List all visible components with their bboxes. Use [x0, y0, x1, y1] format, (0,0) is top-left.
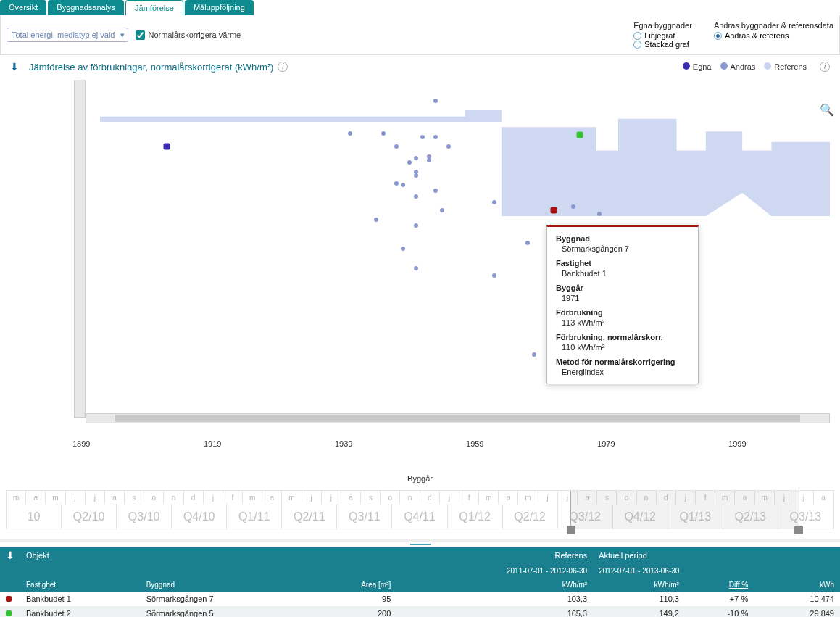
other-point[interactable]: [401, 183, 405, 187]
col-aktuell: Aktuell period: [593, 547, 840, 564]
timeline-quarter[interactable]: Q2/11: [282, 504, 337, 530]
download-icon[interactable]: ⬇: [10, 61, 19, 73]
x-tick: 1939: [335, 439, 352, 448]
col-fastighet[interactable]: Fastighet: [20, 578, 141, 592]
timeline-month: j: [440, 491, 459, 504]
timeline-quarter[interactable]: Q1/11: [227, 504, 282, 530]
tab-jamforelse[interactable]: Jämförelse: [125, 0, 183, 15]
timeline-month: a: [814, 491, 833, 504]
col-area[interactable]: Area [m²]: [309, 578, 397, 592]
radio-linjegraf[interactable]: Linjegraf: [633, 31, 692, 40]
other-point[interactable]: [427, 158, 431, 162]
media-type-dropdown[interactable]: Total energi, mediatyp ej vald: [7, 28, 128, 42]
other-point[interactable]: [420, 135, 425, 139]
cell-kwh: 10 474: [754, 592, 840, 606]
timeline-quarter[interactable]: Q1/12: [448, 504, 503, 530]
col-kwh[interactable]: kWh: [754, 578, 840, 592]
timeline-selector[interactable]: mamjjasondjfmamjjasondjfmamjjasondjfmamj…: [6, 490, 834, 529]
other-point[interactable]: [381, 131, 386, 136]
cell-diff: -10 %: [685, 606, 754, 617]
timeline-quarter[interactable]: 10: [7, 504, 62, 530]
table-row[interactable]: Bankbudet 2Sörmarksgången 5200165,3149,2…: [0, 606, 840, 617]
other-point[interactable]: [374, 218, 378, 222]
col-byggnad[interactable]: Byggnad: [141, 578, 309, 592]
timeline-month: o: [144, 491, 164, 504]
row-color-swatch: [6, 610, 12, 616]
tab-byggnadsanalys[interactable]: Byggnadsanalys: [48, 0, 124, 15]
timeline-month: a: [262, 491, 282, 504]
other-point[interactable]: [571, 204, 575, 209]
reference-band: [100, 110, 830, 216]
timeline-month: a: [341, 491, 361, 504]
chart-scrollbar-horizontal[interactable]: [86, 413, 830, 423]
timeline-month: m: [479, 491, 499, 504]
own-point[interactable]: [163, 144, 170, 150]
x-tick: 1919: [204, 439, 221, 448]
table-row[interactable]: Bankbudet 1Sörmarksgången 795103,3110,3+…: [0, 592, 840, 606]
other-point[interactable]: [433, 189, 438, 193]
other-point[interactable]: [414, 194, 418, 199]
chart-tooltip: ByggnadSörmarksgången 7 FastighetBankbud…: [546, 225, 699, 384]
col-kwhm2-ref[interactable]: kWh/m²: [396, 578, 593, 592]
radio-stackad[interactable]: Stackad graf: [633, 40, 692, 49]
timeline-month: j: [322, 491, 341, 504]
normalize-checkbox-input[interactable]: [136, 30, 145, 40]
other-point[interactable]: [492, 200, 496, 204]
other-point[interactable]: [532, 352, 536, 357]
scatter-chart[interactable]: 0,020,040,060,080,0100,0120,0140,0160,01…: [10, 75, 830, 436]
normalize-checkbox[interactable]: Normalårskorrigera värme: [136, 30, 241, 40]
other-point[interactable]: [348, 131, 352, 136]
timeline-quarter[interactable]: Q3/11: [337, 504, 392, 530]
cell-kwh: 29 849: [754, 606, 840, 617]
own-point[interactable]: [550, 207, 557, 213]
x-tick: 1899: [72, 439, 90, 448]
other-point[interactable]: [446, 144, 451, 149]
x-tick: 1959: [466, 439, 483, 448]
other-point[interactable]: [492, 273, 496, 278]
timeline-quarter[interactable]: Q3/10: [117, 504, 172, 530]
timeline-month: j: [302, 491, 322, 504]
legend-info-icon[interactable]: i: [820, 62, 830, 72]
tabs-bar: Översikt Byggnadsanalys Jämförelse Målup…: [0, 0, 840, 15]
normalize-checkbox-label: Normalårskorrigera värme: [148, 30, 241, 39]
col-kwhm2-akt[interactable]: kWh/m²: [593, 578, 685, 592]
cell-kwhm2-akt: 110,3: [593, 592, 685, 606]
timeline-selection[interactable]: [570, 491, 799, 529]
other-point[interactable]: [414, 266, 418, 270]
timeline-quarter[interactable]: Q4/11: [392, 504, 447, 530]
other-point[interactable]: [401, 247, 405, 251]
table-download-icon[interactable]: ⬇: [6, 550, 14, 561]
timeline-quarter[interactable]: Q2/10: [62, 504, 117, 530]
other-point[interactable]: [433, 99, 438, 103]
timeline-quarter[interactable]: Q4/10: [172, 504, 227, 530]
chart-legend: Egna Andras Referens i: [683, 62, 830, 72]
timeline-handle-left[interactable]: [567, 526, 575, 534]
col-diff[interactable]: Diff %: [685, 578, 754, 592]
cell-kwhm2-akt: 149,2: [593, 606, 685, 617]
other-point[interactable]: [433, 135, 438, 139]
other-point[interactable]: [414, 173, 418, 178]
tab-oversikt[interactable]: Översikt: [0, 0, 46, 15]
other-point[interactable]: [414, 156, 418, 160]
other-point[interactable]: [394, 181, 399, 186]
other-point[interactable]: [414, 170, 418, 174]
timeline-month: m: [243, 491, 262, 504]
legend-swatch-andras: [720, 62, 728, 70]
other-point[interactable]: [394, 144, 399, 149]
chart-scrollbar-vertical[interactable]: [74, 80, 86, 418]
other-point[interactable]: [440, 208, 444, 212]
data-table: ⬇ Objekt Referens Aktuell period 2011-07…: [0, 547, 840, 617]
other-point[interactable]: [414, 223, 418, 228]
other-point[interactable]: [525, 241, 530, 245]
info-icon[interactable]: i: [278, 62, 288, 72]
timeline-quarter[interactable]: Q2/12: [503, 504, 558, 530]
col-ref-range: 2011-07-01 - 2012-06-30: [396, 564, 593, 578]
timeline-handle-right[interactable]: [794, 526, 803, 534]
timeline-month: j: [204, 491, 223, 504]
legend-swatch-referens: [764, 62, 771, 70]
other-point[interactable]: [407, 160, 412, 165]
other-point[interactable]: [597, 212, 602, 216]
tab-maluppfoljning[interactable]: Måluppföljning: [185, 0, 254, 15]
own-point[interactable]: [577, 132, 583, 138]
radio-andras-referens[interactable]: Andras & referens: [714, 31, 833, 40]
